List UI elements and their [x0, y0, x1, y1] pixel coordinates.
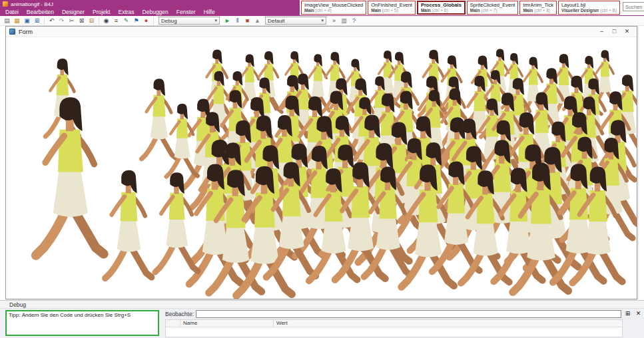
quick-tab-SpriteClicked_Event[interactable]: SpriteClicked_EventMain (ctrl + 7): [467, 1, 519, 15]
quick-tab-ImageView_MouseClicked[interactable]: ImageView_MouseClickedMain (ctrl + 4): [301, 1, 366, 15]
quick-tab-module: Main: [304, 8, 314, 13]
minimize-button[interactable]: –: [595, 27, 608, 37]
quick-tab-subtitle: Visueller Designer (ctrl + B): [561, 8, 617, 13]
walking-woman-sprite[interactable]: [142, 79, 176, 159]
toolbar: ▤▦▣⊞↶↷✂⊠⊟◉≡✎⚑●Debug▾►‖■▲Default▾»▥?: [0, 16, 644, 26]
toolbar-separator: [153, 17, 154, 25]
watch-table-header-wert: Wert: [274, 320, 622, 327]
copy-icon[interactable]: ⊠: [77, 17, 86, 25]
undo-icon[interactable]: ↶: [47, 17, 56, 25]
menu-item-fenster[interactable]: Fenster: [172, 8, 200, 16]
chevron-down-icon: ▾: [214, 18, 217, 23]
quick-tab-bar: ImageView_MouseClickedMain (ctrl + 4)OnF…: [301, 1, 620, 15]
debug-panel-close-icon[interactable]: ✕: [634, 309, 643, 318]
quick-tab-module: Main: [371, 8, 381, 13]
quick-tab-title: tmrAnim_Tick: [523, 2, 553, 8]
walking-woman-sprite[interactable]: [45, 59, 79, 136]
menu-item-datei[interactable]: Datei: [1, 8, 23, 16]
quick-access-panel: ImageView_MouseClickedMain (ctrl + 4)OnF…: [300, 0, 644, 15]
comment-icon[interactable]: ✎: [122, 17, 131, 25]
quick-tab-module: Visueller Designer: [561, 8, 599, 13]
quick-tab-subtitle: Main (ctrl + 8): [523, 8, 553, 13]
form-window: Form – □ ✕: [5, 26, 637, 299]
quick-tab-title: Layout1.bjl: [561, 2, 617, 8]
watch-table: Name Wert: [165, 319, 623, 337]
watch-row: Beobachte: ⊞ ✕: [165, 309, 643, 318]
quick-tab-OnFinished_Event[interactable]: OnFinished_EventMain (ctrl + 5): [368, 1, 416, 15]
quick-tab-Layout1.bjl[interactable]: Layout1.bjlVisueller Designer (ctrl + B): [558, 1, 620, 15]
build-config-combo-value: Default: [268, 18, 284, 24]
walking-woman-sprite[interactable]: [166, 104, 198, 177]
pause-icon[interactable]: ‖: [233, 17, 242, 25]
step-over-icon[interactable]: »: [330, 17, 338, 25]
search-input[interactable]: [625, 4, 644, 10]
quick-tab-tmrAnim_Tick[interactable]: tmrAnim_TickMain (ctrl + 8): [519, 1, 557, 15]
quick-tab-subtitle: Main (ctrl + 6): [421, 8, 462, 13]
quick-tab-subtitle: Main (ctrl + 7): [470, 8, 515, 13]
redo-icon[interactable]: ↷: [57, 17, 66, 25]
rebuild-icon[interactable]: ▲: [253, 17, 262, 25]
menu-item-hilfe[interactable]: Hilfe: [200, 8, 219, 16]
quick-tab-shortcut: (ctrl + 5): [381, 8, 398, 13]
modules-icon[interactable]: ▥: [340, 17, 348, 25]
form-window-title-bar[interactable]: Form – □ ✕: [6, 27, 637, 37]
build-mode-combo[interactable]: Debug▾: [159, 17, 220, 25]
walking-woman-sprite[interactable]: [105, 170, 152, 279]
watch-table-corner: [166, 320, 180, 327]
window-title: animationgif - B4J: [11, 1, 53, 7]
build-config-combo[interactable]: Default▾: [265, 17, 326, 25]
quick-tab-shortcut: (ctrl + 7): [480, 8, 497, 13]
toolbar-separator: [99, 17, 99, 25]
replace-icon[interactable]: ≡: [112, 17, 121, 25]
save-icon[interactable]: ▣: [23, 17, 31, 25]
watch-table-header-name: Name: [180, 320, 274, 327]
form-window-title: Form: [19, 29, 33, 35]
cut-icon[interactable]: ✂: [67, 17, 76, 25]
chevron-down-icon: ▾: [321, 18, 324, 23]
menu-item-bearbeiten[interactable]: Bearbeiten: [23, 8, 58, 16]
walking-woman-sprite[interactable]: [155, 172, 198, 272]
watch-table-header: Name Wert: [166, 320, 622, 327]
quick-tab-Process_Globals[interactable]: Process_GlobalsMain (ctrl + 6): [417, 1, 466, 15]
quick-tab-shortcut: (ctrl + 8): [533, 8, 550, 13]
app-icon: [3, 1, 8, 7]
watch-input[interactable]: [196, 310, 621, 318]
menu-item-designer[interactable]: Designer: [58, 8, 89, 16]
bookmark-icon[interactable]: ⚑: [132, 17, 141, 25]
walking-woman-sprite[interactable]: [36, 97, 104, 255]
help-icon[interactable]: ?: [350, 17, 358, 25]
menu-item-projekt[interactable]: Projekt: [89, 8, 114, 16]
quick-tab-module: Main: [470, 8, 480, 13]
menu-item-debuggen[interactable]: Debuggen: [139, 8, 172, 16]
quick-tab-title: OnFinished_Event: [371, 2, 412, 8]
build-mode-combo-value: Debug: [161, 18, 177, 24]
quick-tab-module: Main: [523, 8, 533, 13]
sprite-canvas[interactable]: [6, 37, 637, 299]
maximize-button[interactable]: □: [608, 27, 621, 37]
quick-tab-shortcut: (ctrl + 4): [314, 8, 332, 13]
breakpoint-icon[interactable]: ●: [142, 17, 151, 25]
dock-icon[interactable]: ⊞: [623, 309, 632, 318]
search-box[interactable]: [623, 2, 644, 11]
watch-table-body: [166, 327, 622, 337]
form-window-icon: [9, 29, 15, 35]
debug-panel-header[interactable]: Debug: [0, 301, 644, 309]
menu-item-extras[interactable]: Extras: [114, 8, 138, 16]
paste-icon[interactable]: ⊟: [87, 17, 96, 25]
save-all-icon[interactable]: ⊞: [33, 17, 41, 25]
quick-tab-subtitle: Main (ctrl + 4): [304, 8, 363, 13]
close-button[interactable]: ✕: [621, 27, 633, 37]
new-file-icon[interactable]: ▤: [3, 17, 11, 25]
watch-area: Beobachte: ⊞ ✕ Name Wert: [165, 309, 643, 337]
quick-tab-shortcut: (ctrl + 6): [431, 8, 448, 13]
debug-panel-body: Tipp: Ändern Sie den Code und drücken Si…: [0, 309, 644, 338]
open-project-icon[interactable]: ▦: [13, 17, 21, 25]
debug-panel: Debug Tipp: Ändern Sie den Code und drüc…: [0, 300, 644, 338]
find-icon[interactable]: ◉: [102, 17, 111, 25]
b4j-ide-window: animationgif - B4J DateiBearbeitenDesign…: [0, 0, 644, 338]
stop-icon[interactable]: ■: [243, 17, 252, 25]
run-icon[interactable]: ►: [223, 17, 232, 25]
quick-tab-subtitle: Main (ctrl + 5): [371, 8, 412, 13]
form-canvas[interactable]: [6, 37, 637, 299]
form-window-controls: – □ ✕: [595, 27, 633, 37]
